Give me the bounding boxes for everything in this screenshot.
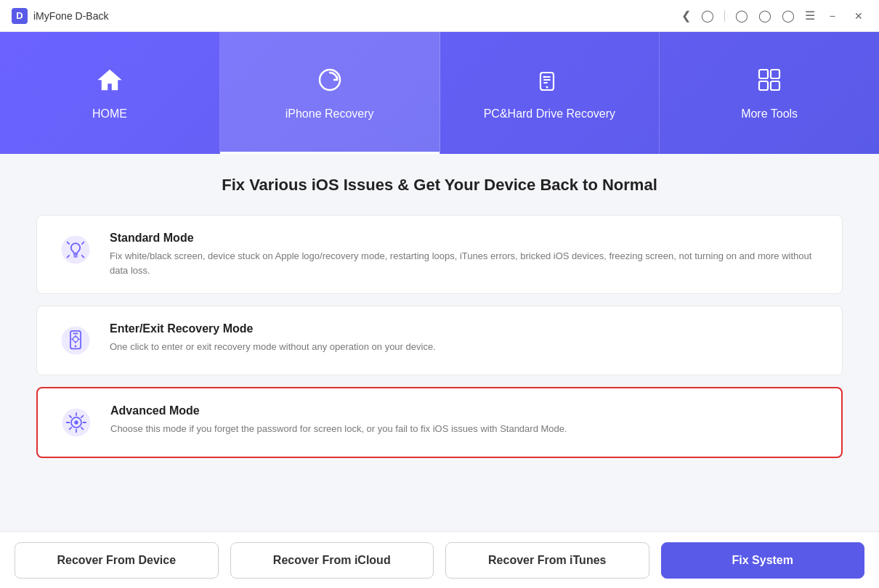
divider: [724, 10, 725, 22]
recover-from-device-button[interactable]: Recover From Device: [15, 542, 219, 579]
nav-label-pc-recovery: PC&Hard Drive Recovery: [484, 107, 615, 121]
advanced-mode-content: Advanced Mode Choose this mode if you fo…: [110, 404, 567, 436]
chat-icon[interactable]: ◯: [782, 9, 795, 23]
location-icon[interactable]: ◯: [735, 9, 748, 23]
svg-point-8: [62, 236, 90, 264]
close-button[interactable]: ✕: [850, 9, 867, 23]
nav-item-more-tools[interactable]: More Tools: [660, 32, 879, 154]
user-icon[interactable]: ◯: [701, 9, 714, 23]
standard-mode-icon: [57, 232, 94, 268]
share-icon[interactable]: ❮: [681, 9, 691, 23]
title-bar: D iMyFone D-Back ❮ ◯ ◯ ◯ ◯ ☰ − ✕: [0, 0, 879, 32]
main-content: Fix Various iOS Issues & Get Your Device…: [0, 154, 879, 531]
recovery-mode-title: Enter/Exit Recovery Mode: [110, 322, 436, 335]
standard-mode-desc: Fix white/black screen, device stuck on …: [110, 249, 822, 277]
nav-item-iphone-recovery[interactable]: iPhone Recovery: [220, 32, 440, 154]
nav-label-iphone-recovery: iPhone Recovery: [285, 107, 374, 121]
minimize-button[interactable]: −: [825, 9, 840, 23]
advanced-mode-card[interactable]: Advanced Mode Choose this mode if you fo…: [36, 387, 843, 458]
standard-mode-card[interactable]: Standard Mode Fix white/black screen, de…: [36, 215, 843, 294]
app-icon: D: [12, 8, 28, 24]
svg-point-2: [546, 86, 548, 89]
title-bar-left: D iMyFone D-Back: [12, 8, 108, 24]
recovery-mode-desc: One click to enter or exit recovery mode…: [110, 340, 436, 354]
title-bar-right: ❮ ◯ ◯ ◯ ◯ ☰ − ✕: [681, 9, 867, 23]
nav-item-home[interactable]: HOME: [0, 32, 220, 154]
bottom-bar: Recover From Device Recover From iCloud …: [0, 531, 879, 588]
standard-mode-title: Standard Mode: [110, 232, 822, 245]
page-title: Fix Various iOS Issues & Get Your Device…: [36, 176, 843, 195]
standard-mode-content: Standard Mode Fix white/black screen, de…: [110, 232, 822, 277]
iphone-recovery-icon: [315, 65, 344, 100]
home-icon: [95, 65, 124, 100]
nav-label-more-tools: More Tools: [741, 107, 798, 121]
mail-icon[interactable]: ◯: [758, 9, 771, 23]
nav-label-home: HOME: [92, 107, 127, 121]
recovery-mode-card[interactable]: Enter/Exit Recovery Mode One click to en…: [36, 306, 843, 375]
svg-rect-6: [759, 81, 768, 90]
svg-point-17: [74, 420, 78, 424]
menu-icon[interactable]: ☰: [805, 9, 815, 23]
svg-rect-4: [759, 70, 768, 78]
nav-bar: HOME iPhone Recovery PC&Hard Drive Recov…: [0, 32, 879, 154]
more-tools-icon: [755, 65, 784, 100]
app-title: iMyFone D-Back: [33, 10, 108, 22]
advanced-mode-icon: [58, 404, 94, 441]
svg-rect-7: [771, 81, 779, 90]
fix-system-button[interactable]: Fix System: [661, 542, 865, 579]
svg-rect-5: [771, 70, 779, 78]
svg-point-3: [543, 76, 546, 78]
recover-from-icloud-button[interactable]: Recover From iCloud: [230, 542, 434, 579]
advanced-mode-title: Advanced Mode: [110, 404, 567, 417]
pc-recovery-icon: [535, 65, 564, 100]
advanced-mode-desc: Choose this mode if you forget the passw…: [110, 422, 567, 436]
svg-point-13: [75, 346, 77, 348]
recovery-mode-content: Enter/Exit Recovery Mode One click to en…: [110, 322, 436, 354]
nav-item-pc-recovery[interactable]: PC&Hard Drive Recovery: [440, 32, 660, 154]
recovery-mode-icon: [57, 322, 94, 359]
recover-from-itunes-button[interactable]: Recover From iTunes: [445, 542, 649, 579]
